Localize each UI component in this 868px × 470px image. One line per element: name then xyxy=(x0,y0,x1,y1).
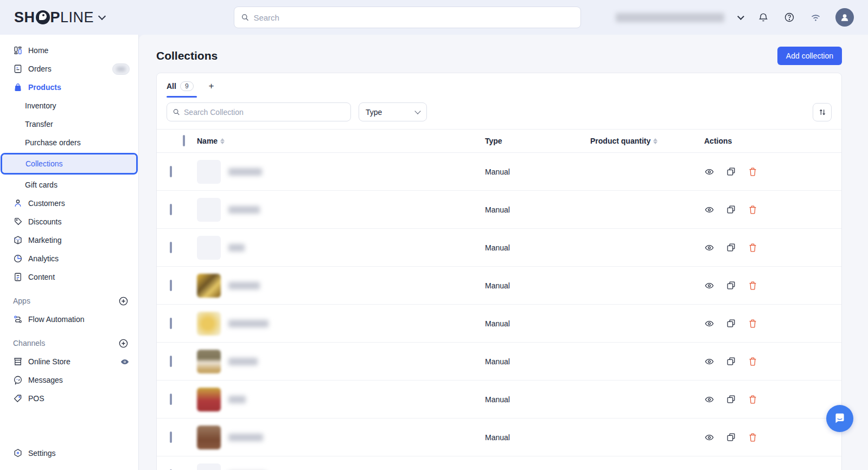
sidebar-item-orders[interactable]: Orders xyxy=(0,60,138,78)
main-content: Collections Add collection All 9 + Type xyxy=(139,35,868,470)
notifications-bell-icon[interactable] xyxy=(757,11,769,23)
sort-arrows-icon[interactable] xyxy=(220,138,225,144)
avatar[interactable] xyxy=(835,8,854,27)
row-checkbox[interactable] xyxy=(170,242,172,253)
view-eye-icon[interactable] xyxy=(704,166,714,177)
account-chevron-down-icon[interactable] xyxy=(737,13,744,20)
collection-name-redacted[interactable] xyxy=(228,168,262,176)
duplicate-icon[interactable] xyxy=(726,204,736,215)
orders-icon xyxy=(13,64,23,74)
sidebar-item-analytics[interactable]: Analytics xyxy=(0,249,138,268)
sidebar-item-transfer[interactable]: Transfer xyxy=(0,115,138,133)
eye-filled-icon[interactable] xyxy=(120,357,130,366)
help-icon[interactable] xyxy=(783,11,795,23)
sidebar-section-channels: Channels xyxy=(0,334,138,352)
delete-trash-icon[interactable] xyxy=(748,432,758,442)
view-eye-icon[interactable] xyxy=(704,356,714,366)
select-all-checkbox[interactable] xyxy=(183,135,185,146)
products-icon xyxy=(13,82,23,92)
delete-trash-icon[interactable] xyxy=(748,318,758,329)
sidebar-item-purchase-orders[interactable]: Purchase orders xyxy=(0,133,138,152)
delete-trash-icon[interactable] xyxy=(748,166,758,177)
row-checkbox[interactable] xyxy=(170,280,172,291)
collection-search[interactable] xyxy=(167,102,351,121)
view-eye-icon[interactable] xyxy=(704,318,714,329)
collection-name-redacted[interactable] xyxy=(228,244,245,252)
sidebar-item-label: Gift cards xyxy=(25,181,58,189)
sidebar-item-customers[interactable]: Customers xyxy=(0,194,138,213)
sidebar-item-settings[interactable]: Settings xyxy=(0,444,138,462)
delete-trash-icon[interactable] xyxy=(748,356,758,366)
collection-name-redacted[interactable] xyxy=(228,434,263,441)
table-row: Manual xyxy=(157,267,841,305)
duplicate-icon[interactable] xyxy=(726,242,736,253)
sidebar-item-flow-automation[interactable]: Flow Automation xyxy=(0,310,138,329)
row-checkbox[interactable] xyxy=(170,432,172,443)
collection-name-redacted[interactable] xyxy=(228,282,260,289)
selection-outline: Collections xyxy=(1,153,138,175)
collection-name-redacted[interactable] xyxy=(228,358,258,365)
sidebar-item-products[interactable]: Products xyxy=(0,78,138,96)
sidebar-item-inventory[interactable]: Inventory xyxy=(0,96,138,115)
collection-name-redacted[interactable] xyxy=(228,396,246,403)
sidebar-item-marketing[interactable]: Marketing xyxy=(0,231,138,249)
column-header-actions: Actions xyxy=(699,137,841,145)
collection-name-redacted[interactable] xyxy=(228,206,260,214)
row-checkbox[interactable] xyxy=(170,394,172,405)
duplicate-icon[interactable] xyxy=(726,432,736,442)
row-checkbox[interactable] xyxy=(170,204,172,215)
shopline-logo[interactable]: SHPLINE xyxy=(14,9,139,26)
duplicate-icon[interactable] xyxy=(726,280,736,291)
tab-all[interactable]: All 9 xyxy=(167,81,194,98)
delete-trash-icon[interactable] xyxy=(748,204,758,215)
sidebar-item-pos[interactable]: POS xyxy=(0,389,138,408)
table-row: Manual xyxy=(157,191,841,229)
add-collection-button[interactable]: Add collection xyxy=(777,47,842,65)
sidebar-item-discounts[interactable]: Discounts xyxy=(0,213,138,231)
sidebar-item-label: Discounts xyxy=(28,217,61,226)
add-tab-button[interactable]: + xyxy=(209,81,214,98)
view-eye-icon[interactable] xyxy=(704,280,714,291)
sort-button[interactable] xyxy=(813,103,832,121)
sort-arrows-icon[interactable] xyxy=(653,138,658,144)
sidebar-item-online-store[interactable]: Online Store xyxy=(0,352,138,371)
collection-type: Manual xyxy=(485,168,590,176)
delete-trash-icon[interactable] xyxy=(748,280,758,291)
duplicate-icon[interactable] xyxy=(726,356,736,366)
type-filter-dropdown[interactable]: Type xyxy=(359,102,427,121)
duplicate-icon[interactable] xyxy=(726,318,736,329)
sidebar-item-label: Analytics xyxy=(28,254,59,263)
chevron-down-icon[interactable] xyxy=(98,12,106,20)
sidebar-item-label: Inventory xyxy=(25,101,56,110)
customers-icon xyxy=(13,198,23,208)
collection-search-input[interactable] xyxy=(184,108,345,117)
view-eye-icon[interactable] xyxy=(704,394,714,404)
duplicate-icon[interactable] xyxy=(726,394,736,404)
column-header-product-quantity[interactable]: Product quantity xyxy=(590,137,699,145)
plus-circle-icon[interactable] xyxy=(118,338,129,349)
row-checkbox[interactable] xyxy=(170,356,172,367)
column-header-name[interactable]: Name xyxy=(197,137,485,145)
plus-circle-icon[interactable] xyxy=(118,296,129,306)
delete-trash-icon[interactable] xyxy=(748,394,758,404)
delete-trash-icon[interactable] xyxy=(748,242,758,253)
view-eye-icon[interactable] xyxy=(704,204,714,215)
collection-name-redacted[interactable] xyxy=(228,320,269,327)
duplicate-icon[interactable] xyxy=(726,166,736,177)
sidebar-item-collections[interactable]: Collections xyxy=(2,154,136,173)
sidebar-item-home[interactable]: Home xyxy=(0,41,138,60)
wifi-icon[interactable] xyxy=(809,11,821,23)
sidebar-item-messages[interactable]: Messages xyxy=(0,371,138,389)
global-search-input[interactable] xyxy=(253,13,574,22)
row-checkbox[interactable] xyxy=(170,318,172,329)
sidebar-item-content[interactable]: Content xyxy=(0,268,138,286)
sidebar-item-label: POS xyxy=(28,394,44,403)
view-eye-icon[interactable] xyxy=(704,242,714,253)
global-search[interactable] xyxy=(234,7,581,28)
row-checkbox[interactable] xyxy=(170,166,172,177)
settings-gear-icon xyxy=(13,448,23,458)
chat-launcher-button[interactable] xyxy=(826,405,853,432)
view-eye-icon[interactable] xyxy=(704,432,714,442)
sidebar-item-gift-cards[interactable]: Gift cards xyxy=(0,176,138,194)
sidebar-item-label: Marketing xyxy=(28,236,61,244)
